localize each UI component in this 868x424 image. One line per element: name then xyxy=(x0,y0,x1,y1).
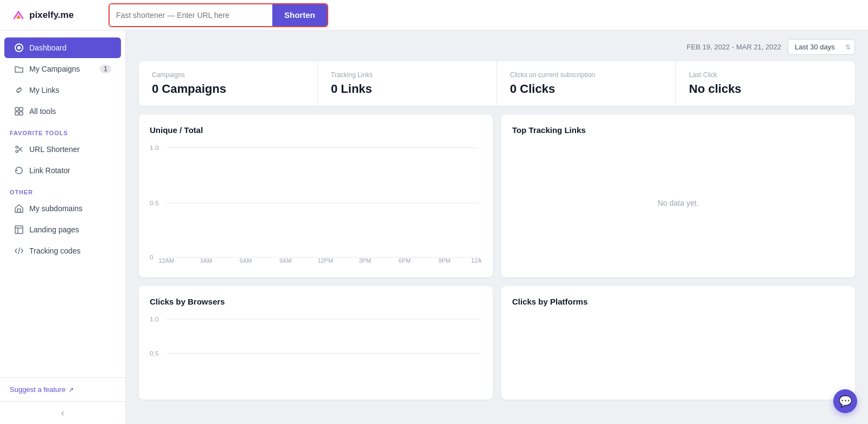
sidebar-footer: Suggest a feature ↗ xyxy=(0,377,125,401)
stat-links-label: Tracking Links xyxy=(331,71,483,79)
charts-top-row: Unique / Total 1.0 0.5 0 12AM 3AM 6AM xyxy=(126,115,868,286)
date-range-text: FEB 19, 2022 - MAR 21, 2022 xyxy=(687,43,781,51)
main-content: FEB 19, 2022 - MAR 21, 2022 Last 7 days … xyxy=(126,30,868,424)
sidebar-item-link-rotator-label: Link Rotator xyxy=(29,166,70,175)
sidebar-item-subdomains[interactable]: My subdomains xyxy=(4,198,121,219)
topbar: pixelfy.me Shorten xyxy=(0,0,868,30)
sidebar-item-url-shortener[interactable]: URL Shortener xyxy=(4,139,121,160)
sidebar-item-url-shortener-label: URL Shortener xyxy=(29,145,80,154)
top-tracking-title: Top Tracking Links xyxy=(512,125,844,135)
scissors-icon xyxy=(14,144,24,154)
svg-point-7 xyxy=(16,150,18,153)
external-link-icon: ↗ xyxy=(68,386,74,394)
svg-text:12AM: 12AM xyxy=(471,258,482,263)
grid-icon xyxy=(14,106,24,116)
chat-bubble[interactable]: 💬 xyxy=(833,389,857,413)
sidebar-item-landing-pages[interactable]: Landing pages xyxy=(4,219,121,240)
dashboard-icon xyxy=(14,43,24,53)
svg-rect-2 xyxy=(15,107,18,111)
platforms-chart-area xyxy=(512,315,844,391)
svg-text:12AM: 12AM xyxy=(158,258,174,263)
sidebar-item-tracking-codes[interactable]: Tracking codes xyxy=(4,241,121,261)
sidebar-item-landing-pages-label: Landing pages xyxy=(29,225,79,234)
unique-total-title: Unique / Total xyxy=(150,125,482,135)
favorite-tools-label: FAVORITE TOOLS xyxy=(0,122,125,138)
svg-rect-11 xyxy=(15,226,23,233)
stat-campaigns-label: Campaigns xyxy=(152,71,304,79)
sidebar-item-links-label: My Links xyxy=(29,86,59,94)
stats-row: Campaigns 0 Campaigns Tracking Links 0 L… xyxy=(139,61,855,106)
platforms-title: Clicks by Platforms xyxy=(512,297,844,306)
url-input[interactable] xyxy=(110,4,272,26)
svg-text:0.5: 0.5 xyxy=(150,350,159,356)
stat-links: Tracking Links 0 Links xyxy=(318,61,497,106)
chat-icon: 💬 xyxy=(839,395,852,408)
svg-text:3AM: 3AM xyxy=(200,258,212,263)
charts-bottom-row: Clicks by Browsers 1.0 0.5 Clicks by Pla… xyxy=(126,286,868,408)
layout: Dashboard My Campaigns 1 My Links Al xyxy=(0,30,868,424)
browsers-chart-area: 1.0 0.5 xyxy=(150,315,482,391)
sidebar: Dashboard My Campaigns 1 My Links Al xyxy=(0,30,126,424)
sidebar-item-tracking-codes-label: Tracking codes xyxy=(29,246,80,255)
browsers-title: Clicks by Browsers xyxy=(150,297,482,306)
sidebar-item-dashboard-label: Dashboard xyxy=(29,43,67,52)
layout-icon xyxy=(14,225,24,235)
folder-icon xyxy=(14,64,24,74)
svg-text:0.5: 0.5 xyxy=(150,200,159,206)
stat-clicks: Clicks on current subscription 0 Clicks xyxy=(497,61,676,106)
top-tracking-chart: Top Tracking Links No data yet. xyxy=(501,115,855,277)
suggest-feature-text: Suggest a feature xyxy=(10,385,66,394)
stat-campaigns: Campaigns 0 Campaigns xyxy=(139,61,318,106)
sidebar-item-link-rotator[interactable]: Link Rotator xyxy=(4,160,121,181)
svg-point-1 xyxy=(17,46,21,49)
shorten-button[interactable]: Shorten xyxy=(272,4,327,26)
svg-text:1.0: 1.0 xyxy=(150,144,159,150)
svg-rect-3 xyxy=(20,107,23,111)
sidebar-item-campaigns[interactable]: My Campaigns 1 xyxy=(4,59,121,79)
campaigns-badge: 1 xyxy=(100,65,111,73)
svg-text:1.0: 1.0 xyxy=(150,316,159,322)
logo-icon xyxy=(11,8,26,23)
sidebar-item-links[interactable]: My Links xyxy=(4,80,121,100)
svg-text:6PM: 6PM xyxy=(399,258,411,263)
svg-text:0: 0 xyxy=(150,254,154,260)
code-icon xyxy=(14,246,24,256)
stat-clicks-label: Clicks on current subscription xyxy=(510,71,662,79)
sidebar-item-alltools[interactable]: All tools xyxy=(4,101,121,122)
svg-rect-5 xyxy=(20,112,23,115)
date-select-wrapper: Last 7 days Last 30 days Last 90 days Cu… xyxy=(788,39,855,55)
stat-lastclick-value: No clicks xyxy=(689,82,842,96)
stat-campaigns-value: 0 Campaigns xyxy=(152,82,304,96)
svg-text:12PM: 12PM xyxy=(317,258,333,263)
platforms-chart: Clicks by Platforms xyxy=(501,286,855,400)
stat-links-value: 0 Links xyxy=(331,82,483,96)
collapse-icon: ‹ xyxy=(61,407,65,419)
suggest-feature-link[interactable]: Suggest a feature ↗ xyxy=(10,385,116,394)
logo-text: pixelfy.me xyxy=(29,10,74,21)
sidebar-nav: Dashboard My Campaigns 1 My Links Al xyxy=(0,30,125,377)
sidebar-item-dashboard[interactable]: Dashboard xyxy=(4,37,121,58)
top-tracking-no-data: No data yet. xyxy=(512,143,844,263)
url-shortener-box: Shorten xyxy=(108,3,328,27)
date-select[interactable]: Last 7 days Last 30 days Last 90 days Cu… xyxy=(788,39,855,55)
svg-rect-4 xyxy=(15,112,18,115)
platforms-svg xyxy=(512,315,844,391)
unique-total-chart-area: 1.0 0.5 0 12AM 3AM 6AM 9AM 12PM 3PM 6PM xyxy=(150,143,482,263)
stat-clicks-value: 0 Clicks xyxy=(510,82,662,96)
stat-lastclick: Last Click No clicks xyxy=(676,61,855,106)
svg-text:6AM: 6AM xyxy=(240,258,252,263)
sidebar-item-campaigns-label: My Campaigns xyxy=(29,65,80,73)
svg-line-14 xyxy=(18,248,20,254)
sidebar-item-alltools-label: All tools xyxy=(29,107,56,116)
date-header: FEB 19, 2022 - MAR 21, 2022 Last 7 days … xyxy=(126,30,868,61)
sidebar-item-subdomains-label: My subdomains xyxy=(29,204,82,213)
svg-rect-10 xyxy=(17,209,21,212)
unique-total-chart: Unique / Total 1.0 0.5 0 12AM 3AM 6AM xyxy=(139,115,493,277)
refresh-icon xyxy=(14,166,24,175)
sidebar-collapse-button[interactable]: ‹ xyxy=(0,401,125,424)
other-label: OTHER xyxy=(0,181,125,198)
browsers-chart: Clicks by Browsers 1.0 0.5 xyxy=(139,286,493,400)
browsers-svg: 1.0 0.5 xyxy=(150,315,482,391)
stat-lastclick-label: Last Click xyxy=(689,71,842,79)
link-icon xyxy=(14,85,24,95)
